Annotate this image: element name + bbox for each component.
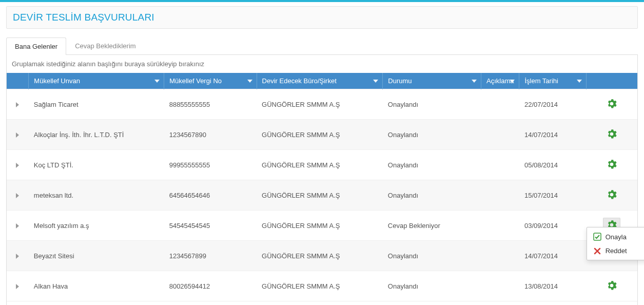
cell-buro: GÜNGÖRLER SMMM A.Ş [257, 150, 383, 180]
menu-item-reject[interactable]: Reddet [587, 244, 644, 258]
cell-vergi: 80026594412 [164, 271, 257, 301]
row-actions-button[interactable] [603, 127, 620, 142]
cell-tarih: 22/07/2014 [519, 89, 587, 120]
cell-unvan: meteksan ltd. [29, 180, 164, 211]
menu-item-approve[interactable]: Onayla [587, 230, 644, 244]
col-header-actions [587, 73, 637, 89]
gear-icon [607, 189, 617, 201]
cell-aciklama [481, 150, 519, 180]
cell-unvan: Alkoçlar İnş. İth. İhr. L.T.D. ŞTİ [29, 120, 164, 150]
cell-durum: Cevap Bekleniyor [383, 211, 481, 241]
cell-vergi: 1234567890 [164, 120, 257, 150]
cell-tarih: 05/08/2014 [519, 150, 587, 180]
cell-durum: Onaylandı [383, 120, 481, 150]
cell-tarih: 15/07/2014 [519, 180, 587, 211]
cell-unvan: Beyazıt Sitesi [29, 241, 164, 271]
col-header-label: Durumu [388, 77, 412, 85]
col-header-buro[interactable]: Devir Edecek Büro/Şirket [257, 73, 383, 89]
tab-bana-gelenler[interactable]: Bana Gelenler [6, 37, 66, 55]
cell-buro: GÜNGÖRLER SMMM A.Ş [257, 241, 383, 271]
row-context-menu: OnaylaReddet [587, 227, 644, 260]
page-title-panel: DEVİR TESLİM BAŞVURULARI [6, 6, 638, 29]
col-header-label: Mükellef Vergi No [169, 77, 222, 85]
x-icon [593, 247, 601, 255]
cell-durum: Onaylandı [383, 180, 481, 211]
cell-aciklama [481, 180, 519, 211]
cell-actions: OnaylaReddet [587, 211, 637, 241]
grid-footer: 1 Toplam 7 kayıt, 1 - 7 arasındakiler [7, 301, 637, 305]
table-row: meteksan ltd.64564654646GÜNGÖRLER SMMM A… [7, 180, 637, 211]
expand-toggle[interactable] [7, 180, 29, 211]
cell-durum: Onaylandı [383, 271, 481, 301]
group-drop-bar[interactable]: Gruplamak istediğiniz alanın başlığını b… [7, 55, 637, 73]
expand-toggle[interactable] [7, 241, 29, 271]
tab-cevap-beklediklerim[interactable]: Cevap Beklediklerim [66, 37, 145, 54]
col-header-label: İşlem Tarihi [524, 77, 558, 85]
cell-actions [587, 150, 637, 180]
header-row: Mükellef Unvan Mükellef Vergi No Devir E… [7, 73, 637, 89]
table-row: Koç LTD ŞTİ.99955555555GÜNGÖRLER SMMM A.… [7, 150, 637, 180]
data-grid: Mükellef Unvan Mükellef Vergi No Devir E… [7, 73, 637, 301]
cell-aciklama [481, 89, 519, 120]
gear-icon [607, 129, 617, 141]
tab-strip: Bana Gelenler Cevap Beklediklerim [6, 37, 638, 55]
cell-durum: Onaylandı [383, 241, 481, 271]
cell-tarih: 14/07/2014 [519, 120, 587, 150]
check-icon [593, 233, 601, 241]
cell-buro: GÜNGÖRLER SMMM A.Ş [257, 180, 383, 211]
table-row: Melsoft yazılım a.ş54545454545GÜNGÖRLER … [7, 211, 637, 241]
cell-durum: Onaylandı [383, 89, 481, 120]
cell-vergi: 99955555555 [164, 150, 257, 180]
cell-aciklama [481, 120, 519, 150]
row-actions-button[interactable] [603, 97, 620, 112]
row-actions-button[interactable] [603, 157, 620, 173]
chevron-down-icon[interactable] [373, 80, 378, 83]
cell-actions [587, 89, 637, 120]
tab-label: Cevap Beklediklerim [75, 42, 136, 50]
cell-vergi: 64564654646 [164, 180, 257, 211]
cell-aciklama [481, 271, 519, 301]
chevron-down-icon[interactable] [577, 80, 582, 83]
table-row: Beyazıt Sitesi1234567899GÜNGÖRLER SMMM A… [7, 241, 637, 271]
col-header-aciklama[interactable]: Açıklama [481, 73, 519, 89]
expand-toggle[interactable] [7, 89, 29, 120]
cell-unvan: Alkan Hava [29, 271, 164, 301]
tab-label: Bana Gelenler [15, 43, 57, 50]
cell-vergi: 54545454545 [164, 211, 257, 241]
gear-icon [607, 280, 617, 292]
gear-icon [607, 159, 617, 171]
page-title: DEVİR TESLİM BAŞVURULARI [13, 12, 631, 23]
cell-aciklama [481, 211, 519, 241]
expand-toggle[interactable] [7, 211, 29, 241]
col-header-vergi[interactable]: Mükellef Vergi No [164, 73, 257, 89]
page-body: DEVİR TESLİM BAŞVURULARI Bana Gelenler C… [0, 2, 644, 305]
cell-unvan: Koç LTD ŞTİ. [29, 150, 164, 180]
cell-vergi: 1234567899 [164, 241, 257, 271]
col-header-label: Devir Edecek Büro/Şirket [262, 77, 337, 85]
chevron-down-icon[interactable] [154, 80, 160, 83]
menu-item-label: Onayla [606, 233, 627, 241]
cell-buro: GÜNGÖRLER SMMM A.Ş [257, 271, 383, 301]
col-header-durum[interactable]: Durumu [383, 73, 481, 89]
row-actions-button[interactable] [603, 278, 620, 294]
cell-unvan: Sağlam Ticaret [29, 89, 164, 120]
expand-toggle[interactable] [7, 120, 29, 150]
cell-tarih: 03/09/2014 [519, 211, 587, 241]
col-header-unvan[interactable]: Mükellef Unvan [29, 73, 164, 89]
chevron-down-icon[interactable] [472, 80, 477, 83]
table-row: Alkoçlar İnş. İth. İhr. L.T.D. ŞTİ123456… [7, 120, 637, 150]
chevron-down-icon[interactable] [510, 80, 515, 83]
chevron-down-icon[interactable] [247, 80, 252, 83]
cell-vergi: 88855555555 [164, 89, 257, 120]
gear-icon [607, 99, 617, 110]
expand-toggle[interactable] [7, 271, 29, 301]
cell-actions [587, 180, 637, 211]
cell-unvan: Melsoft yazılım a.ş [29, 211, 164, 241]
cell-actions [587, 120, 637, 150]
col-header-label: Mükellef Unvan [34, 77, 80, 85]
cell-buro: GÜNGÖRLER SMMM A.Ş [257, 89, 383, 120]
grid-container: Gruplamak istediğiniz alanın başlığını b… [6, 55, 638, 305]
row-actions-button[interactable] [603, 187, 620, 203]
col-header-tarih[interactable]: İşlem Tarihi [519, 73, 587, 89]
expand-toggle[interactable] [7, 150, 29, 180]
